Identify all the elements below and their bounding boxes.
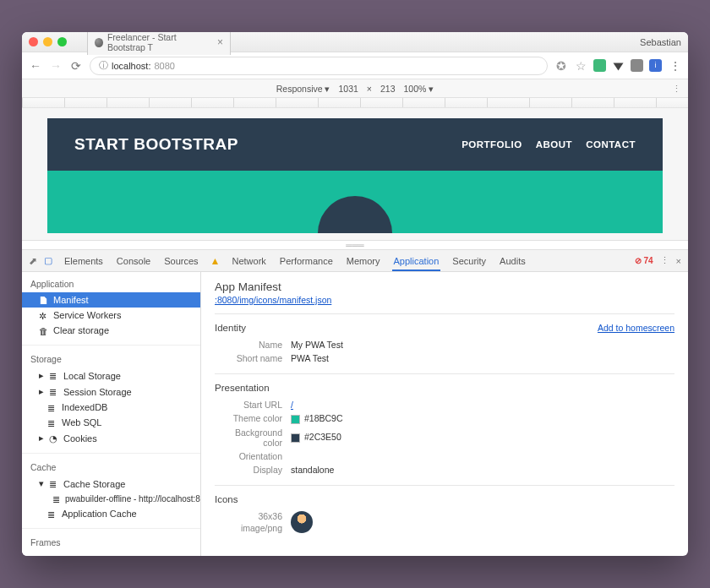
tab-title: Freelancer - Start Bootstrap T <box>107 32 213 52</box>
titlebar: Freelancer - Start Bootstrap T × Sebasti… <box>22 32 688 52</box>
db-icon: ≣ <box>49 371 58 380</box>
sidebar-label: Application Cache <box>62 509 137 519</box>
devtools-drag-handle[interactable]: ═══ <box>22 240 688 250</box>
error-count[interactable]: ⊘ 74 <box>635 256 653 265</box>
tab-close-icon[interactable]: × <box>217 37 223 47</box>
frame-icon: ▭ <box>49 554 58 556</box>
tab-sources[interactable]: Sources <box>162 256 199 266</box>
gear-icon: ✲ <box>39 311 48 320</box>
minimize-window-button[interactable] <box>43 37 52 46</box>
url-field[interactable]: ⓘ localhost:8080 <box>90 57 548 75</box>
sidebar-item-websql[interactable]: ≣Web SQL <box>22 415 200 430</box>
value-start-url[interactable]: / <box>291 400 293 410</box>
chevron-right-icon: ▸ <box>39 370 44 381</box>
panel-title: App Manifest <box>215 280 674 293</box>
tab-strip: Freelancer - Start Bootstrap T × <box>87 32 231 55</box>
nav-portfolio[interactable]: PORTFOLIO <box>462 139 522 150</box>
sidebar-item-top-frame[interactable]: ▸▭top <box>22 551 200 556</box>
back-button[interactable]: ← <box>29 59 42 73</box>
url-port: 8080 <box>154 61 174 71</box>
sidebar-label: Manifest <box>53 295 89 305</box>
sidebar-item-cookies[interactable]: ▸◔Cookies <box>22 430 200 446</box>
device-toolbar: Responsive ▾ 1031 × 213 100% ▾ ⋮ <box>22 79 688 98</box>
sidebar-section-storage: Storage <box>22 351 200 368</box>
devtools: ⬈ ▢ Elements Console Sources ▲ Network P… <box>22 250 688 556</box>
viewport-width[interactable]: 1031 <box>338 84 358 94</box>
label-short-name: Short name <box>215 353 291 363</box>
sidebar-item-local-storage[interactable]: ▸≣Local Storage <box>22 368 200 384</box>
tab-audits[interactable]: Audits <box>498 256 527 266</box>
chrome-menu-icon[interactable]: ⋮ <box>668 59 681 73</box>
fullscreen-window-button[interactable] <box>57 37 67 46</box>
tab-performance[interactable]: Performance <box>278 256 335 266</box>
sidebar-item-manifest[interactable]: Manifest <box>22 292 200 308</box>
sidebar-section-cache: Cache <box>22 459 200 476</box>
tab-elements[interactable]: Elements <box>63 256 105 266</box>
device-dropdown[interactable]: Responsive ▾ <box>276 84 330 94</box>
tab-application[interactable]: Application <box>392 256 441 271</box>
url-host: localhost: <box>112 61 150 71</box>
sidebar-item-clear-storage[interactable]: 🗑 Clear storage <box>22 323 200 338</box>
db-icon: ≣ <box>47 403 57 412</box>
sidebar-item-app-cache[interactable]: ≣Application Cache <box>22 506 200 521</box>
forward-button[interactable]: → <box>49 59 63 73</box>
sidebar-label: IndexedDB <box>62 402 107 412</box>
label-start-url: Start URL <box>215 400 291 410</box>
extension-icon[interactable] <box>593 59 606 72</box>
devtools-body: Application Manifest ✲ Service Workers 🗑… <box>22 272 688 556</box>
icon-type: image/png <box>215 523 282 535</box>
sidebar-label: Session Storage <box>63 387 132 397</box>
reload-button[interactable]: ⟳ <box>69 59 83 73</box>
info-icon: ⓘ <box>99 59 108 72</box>
sidebar-item-cache-storage[interactable]: ▾≣Cache Storage <box>22 476 200 492</box>
device-menu-icon[interactable]: ⋮ <box>672 84 681 94</box>
viewport: START BOOTSTRAP PORTFOLIO ABOUT CONTACT <box>22 108 688 240</box>
manifest-panel: App Manifest :8080/img/icons/manifest.js… <box>201 272 688 556</box>
add-to-homescreen-link[interactable]: Add to homescreen <box>598 323 674 333</box>
sidebar-label: Cache Storage <box>63 479 125 489</box>
nav-about[interactable]: ABOUT <box>536 139 572 150</box>
chevron-right-icon: ▸ <box>39 386 44 397</box>
close-window-button[interactable] <box>29 37 38 46</box>
extension-icon[interactable] <box>631 59 643 72</box>
nav-contact[interactable]: CONTACT <box>586 139 636 150</box>
inspect-element-icon[interactable]: ⬈ <box>29 255 37 267</box>
site-issues-icon[interactable]: ✪ <box>554 59 568 73</box>
zoom-dropdown[interactable]: 100% ▾ <box>404 84 434 94</box>
value-bg-color: #2C3E50 <box>291 432 341 443</box>
db-icon: ≣ <box>47 418 57 427</box>
app-icon <box>291 511 313 533</box>
toolbar-extensions: ✪ ☆ i ⋮ <box>554 59 681 73</box>
traffic-lights <box>29 37 67 46</box>
sidebar-item-service-workers[interactable]: ✲ Service Workers <box>22 308 200 323</box>
tab-memory[interactable]: Memory <box>345 256 382 266</box>
favicon-icon <box>95 38 103 47</box>
sidebar-item-session-storage[interactable]: ▸≣Session Storage <box>22 384 200 400</box>
sidebar-section-application: Application <box>22 275 200 292</box>
tab-network[interactable]: Network <box>230 256 267 266</box>
brand-title[interactable]: START BOOTSTRAP <box>74 135 238 154</box>
bookmark-star-icon[interactable]: ☆ <box>574 59 587 73</box>
devtools-menu-icon[interactable]: ⋮ <box>660 255 669 266</box>
viewport-height[interactable]: 213 <box>380 84 396 94</box>
pocket-icon[interactable] <box>612 59 625 72</box>
tab-security[interactable]: Security <box>451 256 488 266</box>
manifest-file-link[interactable]: :8080/img/icons/manifest.json <box>215 295 331 305</box>
device-toggle-icon[interactable]: ▢ <box>44 255 52 267</box>
section-icons: Icons <box>215 494 674 504</box>
hero-banner <box>47 171 663 233</box>
sidebar-item-indexeddb[interactable]: ≣IndexedDB <box>22 400 200 415</box>
profile-name[interactable]: Sebastian <box>640 37 681 47</box>
sidebar-label: Service Workers <box>53 310 121 320</box>
viewport-sep: × <box>367 84 372 94</box>
ruler <box>22 98 688 108</box>
tab-console[interactable]: Console <box>115 256 152 266</box>
extension-icon[interactable]: i <box>649 59 662 72</box>
sidebar-label: pwabuilder-offline - http://localhost:80… <box>65 494 201 504</box>
label-bg-color: Background color <box>215 427 291 448</box>
section-presentation: Presentation <box>215 383 674 393</box>
browser-tab[interactable]: Freelancer - Start Bootstrap T × <box>87 32 231 55</box>
devtools-close-icon[interactable]: × <box>676 256 681 266</box>
label-display: Display <box>215 465 291 475</box>
sidebar-item-cache-entry[interactable]: ≣pwabuilder-offline - http://localhost:8… <box>22 492 200 506</box>
